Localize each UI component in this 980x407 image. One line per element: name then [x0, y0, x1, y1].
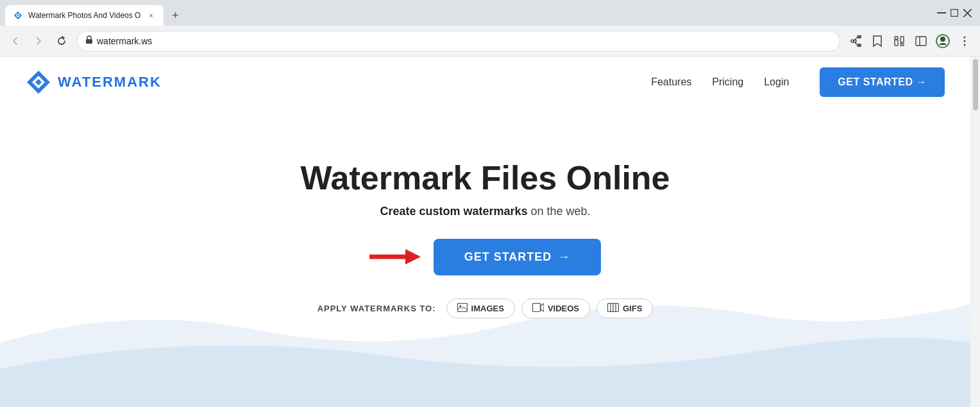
- svg-rect-11: [895, 40, 898, 46]
- scrollbar-thumb[interactable]: [973, 59, 978, 110]
- svg-rect-7: [86, 39, 92, 44]
- svg-point-10: [851, 40, 854, 42]
- extensions-button[interactable]: [889, 31, 909, 51]
- forward-button[interactable]: [28, 31, 49, 51]
- svg-point-18: [940, 37, 945, 42]
- title-bar: Watermark Photos And Videos O × +: [0, 0, 980, 26]
- svg-marker-26: [405, 249, 421, 264]
- svg-rect-4: [951, 10, 958, 17]
- images-label: IMAGES: [471, 304, 504, 313]
- address-bar[interactable]: watermark.ws: [77, 31, 840, 51]
- apply-badge-gifs[interactable]: GIFS: [596, 299, 653, 318]
- tab-strip: Watermark Photos And Videos O × +: [0, 5, 929, 26]
- nav-get-started-button[interactable]: GET STARTED →: [820, 67, 945, 97]
- new-tab-button[interactable]: +: [166, 6, 184, 24]
- svg-point-20: [964, 40, 966, 42]
- images-icon: [457, 303, 468, 314]
- hero-get-started-button[interactable]: GET STARTED →: [434, 239, 602, 275]
- reload-button[interactable]: [51, 31, 72, 51]
- site-navbar: WATERMARK Features Pricing Login GET STA…: [0, 56, 970, 108]
- minimize-button[interactable]: [936, 8, 947, 18]
- back-button[interactable]: [5, 31, 26, 51]
- browser-content-wrapper: WATERMARK Features Pricing Login GET STA…: [0, 56, 980, 407]
- apply-badge-videos[interactable]: VIDEOS: [521, 299, 590, 318]
- site-nav-links: Features Pricing Login GET STARTED →: [651, 67, 945, 97]
- close-button[interactable]: [962, 8, 972, 18]
- window-controls: [929, 5, 980, 26]
- hero-cta-label: GET STARTED: [464, 250, 552, 264]
- hero-subtitle-bold: Create custom watermarks: [380, 205, 527, 218]
- page-content: WATERMARK Features Pricing Login GET STA…: [0, 56, 970, 407]
- tab-title: Watermark Photos And Videos O: [28, 11, 140, 20]
- red-arrow-icon: [369, 245, 421, 268]
- apply-label: APPLY WATERMARKS TO:: [317, 304, 436, 313]
- browser-toolbar: watermark.ws: [0, 26, 980, 56]
- hero-section: Watermark Files Online Create custom wat…: [0, 108, 970, 407]
- gifs-icon: [607, 303, 619, 314]
- svg-point-19: [964, 36, 966, 38]
- svg-point-21: [964, 44, 966, 46]
- bookmark-button[interactable]: [867, 31, 888, 51]
- hero-cta-arrow: →: [558, 250, 570, 264]
- scrollbar-track: [970, 56, 980, 407]
- videos-icon: [532, 303, 544, 314]
- videos-label: VIDEOS: [548, 304, 579, 313]
- nav-login-link[interactable]: Login: [764, 76, 789, 88]
- profile-button[interactable]: [933, 31, 953, 51]
- svg-rect-14: [900, 44, 904, 46]
- gifs-label: GIFS: [623, 304, 642, 313]
- maximize-button[interactable]: [949, 8, 959, 18]
- tab-favicon-icon: [13, 10, 23, 21]
- apply-badges: IMAGES VIDEOS GIFS: [446, 299, 654, 318]
- svg-rect-12: [895, 37, 898, 39]
- hero-wave: [0, 266, 970, 407]
- share-button[interactable]: [845, 31, 866, 51]
- url-text: watermark.ws: [97, 36, 832, 46]
- browser-window: Watermark Photos And Videos O × +: [0, 0, 980, 407]
- hero-cta-wrapper: GET STARTED →: [369, 239, 602, 275]
- sidebar-button[interactable]: [911, 31, 931, 51]
- toolbar-actions: [845, 31, 975, 51]
- apply-badge-images[interactable]: IMAGES: [446, 299, 515, 318]
- browser-tab[interactable]: Watermark Photos And Videos O ×: [5, 5, 164, 26]
- site-logo-text: WATERMARK: [58, 74, 162, 91]
- svg-rect-29: [532, 303, 540, 311]
- apply-section: APPLY WATERMARKS TO: IMAGES: [317, 299, 654, 318]
- menu-button[interactable]: [954, 31, 975, 51]
- tab-close-button[interactable]: ×: [146, 10, 156, 21]
- watermark-logo-icon: [26, 69, 51, 95]
- svg-rect-15: [916, 37, 926, 46]
- lock-icon: [85, 35, 93, 46]
- hero-title: Watermark Files Online: [300, 159, 670, 197]
- svg-rect-27: [457, 303, 467, 311]
- svg-rect-3: [937, 12, 946, 13]
- site-logo[interactable]: WATERMARK: [26, 69, 162, 95]
- hero-subtitle: Create custom watermarks on the web.: [380, 205, 590, 218]
- nav-pricing-link[interactable]: Pricing: [712, 76, 743, 88]
- hero-subtitle-rest: on the web.: [528, 205, 591, 218]
- svg-rect-13: [900, 37, 904, 42]
- nav-features-link[interactable]: Features: [651, 76, 691, 88]
